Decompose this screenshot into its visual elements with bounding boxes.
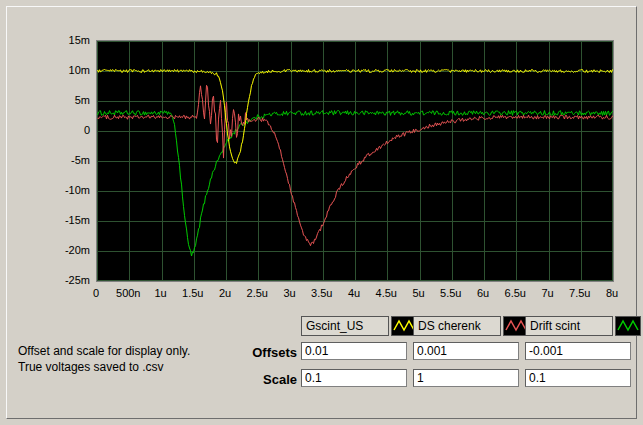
x-tick-label: 4.5u (376, 287, 397, 299)
y-tick-label: 10m (36, 64, 90, 76)
scale-input-gscint-us[interactable] (301, 369, 407, 387)
y-tick-label: 15m (36, 34, 90, 46)
zigzag-line-icon (617, 318, 639, 334)
y-tick-label: 0 (36, 124, 90, 136)
x-axis-labels: 0500n1u1.5u2u2.5u3u3.5u4u4.5u5u5.5u6u6.5… (96, 287, 612, 301)
x-tick-label: 1.5u (182, 287, 203, 299)
x-tick-label: 2.5u (247, 287, 268, 299)
y-tick-label: -25m (36, 274, 90, 286)
y-axis-labels: 15m10m5m0-5m-10m-15m-20m-25m (36, 40, 90, 280)
y-tick-label: -5m (36, 154, 90, 166)
legend-entry-ds-cherenk[interactable]: DS cherenk (413, 316, 529, 336)
x-tick-label: 5u (412, 287, 424, 299)
x-tick-label: 500n (116, 287, 140, 299)
x-tick-label: 3.5u (311, 287, 332, 299)
scale-input-drift-scint[interactable] (525, 369, 631, 387)
offsets-label: Offsets (220, 345, 297, 360)
y-tick-label: -15m (36, 214, 90, 226)
legend-label[interactable]: DS cherenk (413, 316, 501, 336)
x-tick-label: 8u (606, 287, 618, 299)
zigzag-line-icon (505, 318, 527, 334)
plot-area (97, 41, 613, 281)
x-tick-label: 7.5u (569, 287, 590, 299)
waveform-swatch-icon[interactable] (615, 316, 641, 336)
x-tick-label: 3u (283, 287, 295, 299)
note-line-2: True voltages saved to .csv (18, 359, 190, 375)
zigzag-line-icon (393, 318, 415, 334)
x-tick-label: 5.5u (440, 287, 461, 299)
x-tick-label: 1u (154, 287, 166, 299)
y-tick-label: -10m (36, 184, 90, 196)
offset-input-gscint-us[interactable] (301, 342, 407, 360)
legend-label[interactable]: Drift scint (525, 316, 613, 336)
note-line-1: Offset and scale for display only. (18, 343, 190, 359)
scale-input-ds-cherenk[interactable] (413, 369, 519, 387)
waveform-graph (96, 40, 614, 282)
legend-entry-gscint-us[interactable]: Gscint_US (301, 316, 417, 336)
x-tick-label: 6u (477, 287, 489, 299)
x-tick-label: 4u (348, 287, 360, 299)
x-tick-label: 7u (541, 287, 553, 299)
legend-entry-drift-scint[interactable]: Drift scint (525, 316, 641, 336)
legend-label[interactable]: Gscint_US (301, 316, 389, 336)
scale-label: Scale (220, 372, 297, 387)
x-tick-label: 0 (93, 287, 99, 299)
offset-input-ds-cherenk[interactable] (413, 342, 519, 360)
y-tick-label: 5m (36, 94, 90, 106)
x-tick-label: 6.5u (505, 287, 526, 299)
y-tick-label: -20m (36, 244, 90, 256)
note-text: Offset and scale for display only. True … (18, 343, 190, 375)
offset-input-drift-scint[interactable] (525, 342, 631, 360)
x-tick-label: 2u (219, 287, 231, 299)
